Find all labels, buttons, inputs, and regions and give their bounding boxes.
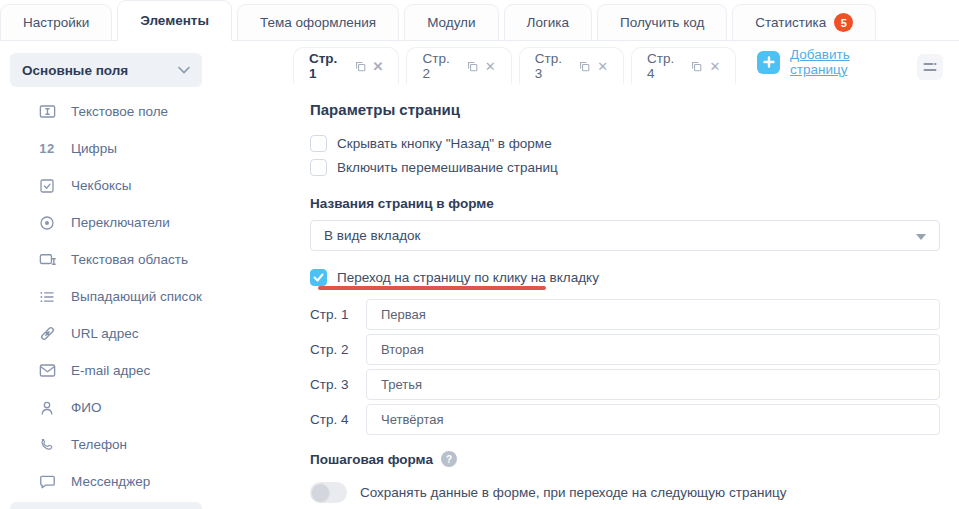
copy-page-icon[interactable] [355,61,366,72]
sidebar-item-digits[interactable]: 12 Цифры [0,130,290,167]
page-tab-label: Стр. 4 [647,51,684,81]
fields-sidebar: Основные поля Текстовое поле 12 Цифры Че… [0,41,290,509]
text-cursor-icon [36,102,58,121]
sidebar-item-messenger[interactable]: Мессенджер [0,463,290,500]
save-data-toggle-row: Сохранять данные в форме, при переходе н… [310,482,940,503]
panel-title: Параметры страниц [310,101,940,118]
page-parameters-panel: Параметры страниц Скрывать кнопку "Назад… [310,101,940,509]
radio-icon [36,214,58,232]
sidebar-item-radios[interactable]: Переключатели [0,204,290,241]
tab-theme[interactable]: Тема оформления [237,4,399,40]
tab-logic[interactable]: Логика [504,4,593,40]
page-name-input-4[interactable] [366,404,940,435]
sidebar-item-label: Цифры [71,141,117,156]
chevron-down-icon [178,66,190,74]
help-icon[interactable]: ? [441,451,457,467]
add-page-button[interactable] [757,51,780,74]
sidebar-item-label: URL адрес [71,326,138,341]
sidebar-item-label: E-mail адрес [71,363,150,378]
sidebar-group-basic-fields[interactable]: Основные поля [10,53,202,87]
checkbox-icon [36,177,58,195]
page-name-label: Стр. 3 [310,377,366,392]
page-name-label: Стр. 2 [310,342,366,357]
checkbox-label: Включить перемешивание страниц [337,160,558,175]
hide-back-checkbox[interactable] [310,135,327,152]
page-name-label: Стр. 1 [310,307,366,322]
copy-page-icon[interactable] [467,61,478,72]
sidebar-field-list: Текстовое поле 12 Цифры Чекбоксы Переклю… [0,93,290,500]
sort-settings-icon[interactable] [917,54,943,80]
sidebar-item-label: Мессенджер [71,474,150,489]
page-tab-2[interactable]: Стр. 2 ✕ [406,47,511,84]
sidebar-item-label: Чекбоксы [71,178,131,193]
copy-page-icon[interactable] [691,61,702,72]
tab-statistics[interactable]: Статистика 5 [732,4,876,40]
tab-label: Элементы [140,13,209,28]
page-tab-bar: Стр. 1 ✕ Стр. 2 ✕ Стр. 3 ✕ Стр. 4 ✕ [293,46,909,84]
step-form-section: Пошаговая форма ? [310,451,940,467]
copy-page-icon[interactable] [579,61,590,72]
page-name-label: Стр. 4 [310,412,366,427]
page-name-input-1[interactable] [366,299,940,330]
page-name-row-3: Стр. 3 [310,369,940,400]
sidebar-item-url[interactable]: URL адрес [0,315,290,352]
add-page-group: Добавить страницу [757,47,909,77]
chat-bubble-icon [36,472,58,491]
select-value: В виде вкладок [324,228,421,243]
page-name-input-3[interactable] [366,369,940,400]
hide-back-button-row: Скрывать кнопку "Назад" в форме [310,131,940,155]
sidebar-item-label: Выпадающий список [71,289,202,304]
page-name-row-2: Стр. 2 [310,334,940,365]
shuffle-pages-checkbox[interactable] [310,159,327,176]
link-icon [36,324,58,343]
main-panel: Стр. 1 ✕ Стр. 2 ✕ Стр. 3 ✕ Стр. 4 ✕ [290,41,959,509]
sidebar-item-label: Текстовая область [71,252,188,267]
list-icon [36,288,58,306]
tab-label: Получить код [620,15,704,30]
page-name-row-4: Стр. 4 [310,404,940,435]
tab-label: Тема оформления [260,15,376,30]
tab-modules[interactable]: Модули [404,4,498,40]
tab-elements[interactable]: Элементы [117,0,232,41]
page-tab-label: Стр. 1 [309,51,348,81]
sidebar-item-textarea[interactable]: Текстовая область [0,241,290,278]
sidebar-item-full-name[interactable]: ФИО [0,389,290,426]
save-data-toggle[interactable] [310,482,347,503]
page-name-input-2[interactable] [366,334,940,365]
page-tab-3[interactable]: Стр. 3 ✕ [519,47,624,84]
tab-label: Модули [427,15,475,30]
sidebar-item-label: ФИО [71,400,101,415]
page-tab-4[interactable]: Стр. 4 ✕ [631,47,736,84]
sidebar-item-dropdown-list[interactable]: Выпадающий список [0,278,290,315]
sidebar-item-email[interactable]: E-mail адрес [0,352,290,389]
close-page-icon[interactable]: ✕ [373,60,384,73]
red-annotation-underline [318,286,546,290]
checkbox-label: Переход на страницу по клику на вкладку [337,270,599,285]
page-names-display-select[interactable]: В виде вкладок [310,220,940,251]
sidebar-next-group-partial[interactable] [10,502,202,509]
tab-label: Настройки [23,15,89,30]
digits-icon: 12 [36,141,58,156]
toggle-knob [312,484,329,501]
page-tab-1[interactable]: Стр. 1 ✕ [293,47,399,84]
sidebar-item-label: Переключатели [71,215,170,230]
top-tab-bar: Настройки Элементы Тема оформления Модул… [0,0,959,41]
step-form-label: Пошаговая форма [310,452,433,467]
envelope-icon [36,361,58,380]
close-page-icon[interactable]: ✕ [709,60,720,73]
close-page-icon[interactable]: ✕ [597,60,608,73]
phone-icon [36,436,58,454]
tab-settings[interactable]: Настройки [0,4,112,40]
statistics-badge: 5 [834,13,853,32]
tab-label: Статистика [755,15,826,30]
add-page-link[interactable]: Добавить страницу [790,47,909,77]
page-name-row-1: Стр. 1 [310,299,940,330]
sidebar-item-checkboxes[interactable]: Чекбоксы [0,167,290,204]
tab-get-code[interactable]: Получить код [597,4,727,40]
sidebar-item-phone[interactable]: Телефон [0,426,290,463]
sidebar-item-label: Текстовое поле [71,104,168,119]
tab-click-navigation-checkbox[interactable] [310,269,327,286]
sidebar-item-text-field[interactable]: Текстовое поле [0,93,290,130]
sidebar-item-label: Телефон [71,437,127,452]
close-page-icon[interactable]: ✕ [485,60,496,73]
